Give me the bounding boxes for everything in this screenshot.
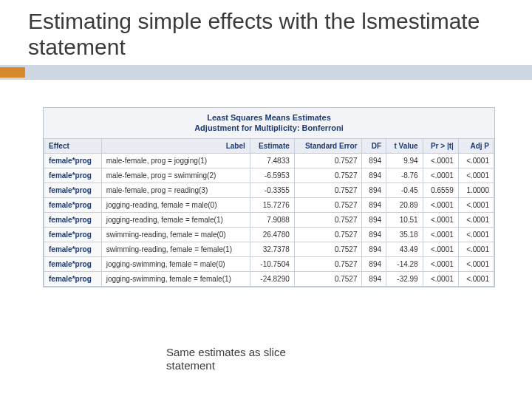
cell-effect: female*prog: [44, 212, 102, 227]
col-pr: Pr > |t|: [423, 138, 458, 153]
table-title-line1: Least Squares Means Estimates: [207, 113, 331, 122]
cell-pr: <.0001: [423, 271, 458, 286]
cell-stderr: 0.7527: [294, 168, 362, 183]
cell-effect: female*prog: [44, 256, 102, 271]
cell-estimate: 32.7378: [250, 242, 294, 256]
cell-pr: <.0001: [423, 227, 458, 242]
table-row: female*progmale-female, prog = reading(3…: [44, 183, 494, 197]
cell-tvalue: -14.28: [386, 256, 423, 271]
cell-tvalue: 35.18: [386, 227, 423, 242]
cell-stderr: 0.7527: [294, 183, 362, 197]
col-tvalue: t Value: [386, 138, 423, 153]
cell-estimate: -6.5953: [250, 168, 294, 183]
cell-label: jogging-swimming, female = female(1): [101, 271, 250, 286]
cell-label: jogging-reading, female = male(0): [101, 197, 250, 212]
cell-estimate: -0.3355: [250, 183, 294, 197]
table-row: female*progmale-female, prog = jogging(1…: [44, 153, 494, 168]
col-estimate: Estimate: [250, 138, 294, 153]
cell-stderr: 0.7527: [294, 256, 362, 271]
cell-pr: <.0001: [423, 153, 458, 168]
table-title: Least Squares Means Estimates Adjustment…: [44, 108, 494, 138]
cell-estimate: 7.4833: [250, 153, 294, 168]
cell-stderr: 0.7527: [294, 242, 362, 256]
cell-tvalue: 10.51: [386, 212, 423, 227]
col-stderr: Standard Error: [294, 138, 362, 153]
cell-estimate: -24.8290: [250, 271, 294, 286]
cell-stderr: 0.7527: [294, 212, 362, 227]
table-row: female*progswimming-reading, female = ma…: [44, 227, 494, 242]
cell-effect: female*prog: [44, 242, 102, 256]
table-title-line2: Adjustment for Multiplicity: Bonferroni: [194, 123, 344, 132]
cell-adjp: <.0001: [458, 168, 494, 183]
cell-df: 894: [362, 197, 386, 212]
cell-stderr: 0.7527: [294, 153, 362, 168]
cell-pr: 0.6559: [423, 183, 458, 197]
header-row: Effect Label Estimate Standard Error DF …: [44, 138, 494, 153]
table-row: female*progjogging-reading, female = fem…: [44, 212, 494, 227]
cell-label: swimming-reading, female = female(1): [101, 242, 250, 256]
cell-pr: <.0001: [423, 242, 458, 256]
col-df: DF: [362, 138, 386, 153]
cell-adjp: <.0001: [458, 227, 494, 242]
accent-chip: [0, 67, 25, 78]
cell-adjp: <.0001: [458, 212, 494, 227]
cell-estimate: -10.7504: [250, 256, 294, 271]
cell-df: 894: [362, 271, 386, 286]
slide-title: Estimating simple effects with the lsmes…: [28, 9, 517, 60]
cell-estimate: 26.4780: [250, 227, 294, 242]
cell-tvalue: -8.76: [386, 168, 423, 183]
accent-bar: [0, 65, 532, 80]
table-row: female*progswimming-reading, female = fe…: [44, 242, 494, 256]
cell-effect: female*prog: [44, 197, 102, 212]
cell-df: 894: [362, 227, 386, 242]
col-effect: Effect: [44, 138, 102, 153]
cell-pr: <.0001: [423, 197, 458, 212]
data-table: Effect Label Estimate Standard Error DF …: [44, 138, 494, 287]
table-row: female*progjogging-swimming, female = ma…: [44, 256, 494, 271]
cell-tvalue: 9.94: [386, 153, 423, 168]
cell-adjp: 1.0000: [458, 183, 494, 197]
table-row: female*progjogging-reading, female = mal…: [44, 197, 494, 212]
cell-tvalue: -32.99: [386, 271, 423, 286]
cell-label: male-female, prog = reading(3): [101, 183, 250, 197]
cell-adjp: <.0001: [458, 197, 494, 212]
cell-adjp: <.0001: [458, 153, 494, 168]
cell-df: 894: [362, 153, 386, 168]
cell-label: male-female, prog = jogging(1): [101, 153, 250, 168]
caption-text: Same estimates as slice statement: [166, 346, 336, 372]
table-body: female*progmale-female, prog = jogging(1…: [44, 153, 494, 286]
cell-tvalue: 20.89: [386, 197, 423, 212]
cell-pr: <.0001: [423, 212, 458, 227]
cell-effect: female*prog: [44, 271, 102, 286]
cell-pr: <.0001: [423, 256, 458, 271]
cell-df: 894: [362, 212, 386, 227]
cell-label: jogging-reading, female = female(1): [101, 212, 250, 227]
results-table: Least Squares Means Estimates Adjustment…: [43, 107, 495, 287]
cell-effect: female*prog: [44, 227, 102, 242]
cell-tvalue: -0.45: [386, 183, 423, 197]
cell-df: 894: [362, 242, 386, 256]
cell-pr: <.0001: [423, 168, 458, 183]
cell-stderr: 0.7527: [294, 271, 362, 286]
col-label: Label: [101, 138, 250, 153]
cell-df: 894: [362, 183, 386, 197]
table-row: female*progjogging-swimming, female = fe…: [44, 271, 494, 286]
cell-df: 894: [362, 168, 386, 183]
cell-adjp: <.0001: [458, 271, 494, 286]
cell-label: swimming-reading, female = male(0): [101, 227, 250, 242]
cell-estimate: 15.7276: [250, 197, 294, 212]
cell-estimate: 7.9088: [250, 212, 294, 227]
cell-label: jogging-swimming, female = male(0): [101, 256, 250, 271]
cell-df: 894: [362, 256, 386, 271]
cell-adjp: <.0001: [458, 242, 494, 256]
cell-effect: female*prog: [44, 168, 102, 183]
cell-tvalue: 43.49: [386, 242, 423, 256]
cell-effect: female*prog: [44, 153, 102, 168]
cell-stderr: 0.7527: [294, 227, 362, 242]
cell-adjp: <.0001: [458, 256, 494, 271]
col-adjp: Adj P: [458, 138, 494, 153]
table-row: female*progmale-female, prog = swimming(…: [44, 168, 494, 183]
cell-label: male-female, prog = swimming(2): [101, 168, 250, 183]
cell-effect: female*prog: [44, 183, 102, 197]
cell-stderr: 0.7527: [294, 197, 362, 212]
